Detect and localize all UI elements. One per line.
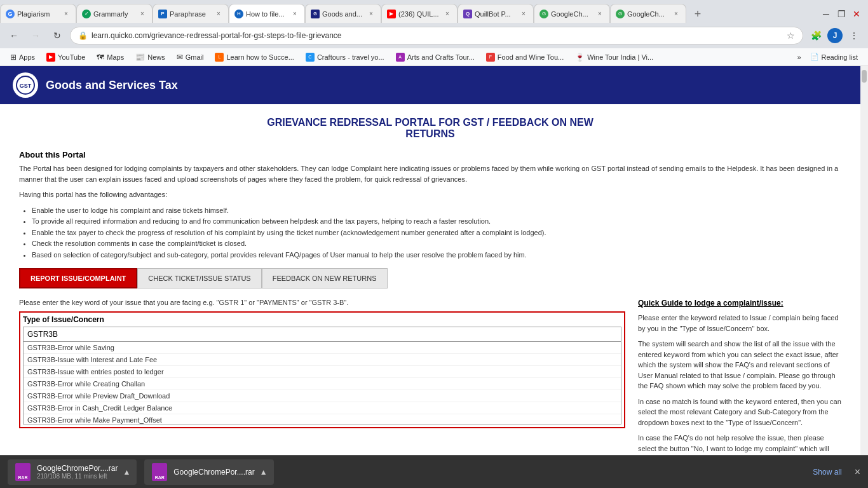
- lock-icon: 🔒: [78, 31, 88, 40]
- bookmark-youtube[interactable]: ▶ YouTube: [41, 50, 90, 64]
- quick-guide: Quick Guide to lodge a complaint/issue: …: [638, 299, 841, 455]
- advantages-intro: Having this portal has the following adv…: [19, 189, 841, 200]
- download-size-1: 210/108 MB, 11 mins left: [37, 473, 118, 480]
- bookmark-learn[interactable]: L Learn how to Succe...: [210, 50, 299, 64]
- bookmark-label-gmail: Gmail: [186, 53, 204, 61]
- about-para1: The Portal has been designed for lodging…: [19, 163, 841, 184]
- dropdown-item-3[interactable]: GSTR3B-Issue with entries posted to ledg…: [24, 366, 621, 378]
- bookmark-label-wine: Wine Tour India | Vi...: [587, 53, 653, 61]
- tab-favicon-6: ▶: [387, 10, 396, 18]
- report-issue-button[interactable]: REPORT ISSUE/COMPLAINT: [19, 268, 137, 288]
- page-scrollbar[interactable]: [860, 66, 868, 455]
- browser-tab-2[interactable]: ✓ Grammarly ×: [76, 4, 153, 23]
- dropdown-item-5[interactable]: GSTR3B-Error while Preview Draft_Downloa…: [24, 390, 621, 402]
- issue-dropdown-list: GSTR3B-Error while Saving GSTR3B-Issue w…: [23, 342, 621, 424]
- bookmark-maps[interactable]: 🗺 Maps: [92, 50, 129, 64]
- tab-close-5[interactable]: ×: [367, 10, 376, 18]
- download-name-1: GoogleChromePor....rar: [37, 464, 118, 473]
- reading-list-button[interactable]: 📄 Reading list: [805, 50, 863, 64]
- reading-list-label: Reading list: [822, 53, 858, 61]
- download-rar-icon-2: RAR: [151, 463, 168, 481]
- profile-button[interactable]: J: [826, 27, 844, 44]
- new-tab-button[interactable]: +: [689, 5, 707, 23]
- tab-close-9[interactable]: ×: [672, 10, 681, 18]
- browser-tab-7[interactable]: Q QuillBot P... ×: [458, 4, 534, 23]
- bookmark-gmail[interactable]: ✉ Gmail: [172, 50, 209, 64]
- quick-guide-para3: In case no match is found with the keywo…: [638, 396, 841, 428]
- address-bar[interactable]: 🔒 learn.quicko.com/grievance-redressal-p…: [70, 27, 803, 44]
- advantage-item-5: Based on selection of category/subject a…: [32, 250, 841, 261]
- minimize-button[interactable]: ─: [820, 8, 832, 20]
- more-bookmarks-button[interactable]: »: [794, 53, 803, 61]
- url-text: learn.quicko.com/grievance-redressal-por…: [92, 31, 783, 40]
- gmail-icon: ✉: [177, 53, 183, 62]
- dropdown-item-2[interactable]: GSTR3B-Issue with Interest and Late Fee: [24, 354, 621, 366]
- browser-tab-6[interactable]: ▶ (236) QUIL... ×: [381, 4, 458, 23]
- scrollbar-thumb[interactable]: [862, 70, 867, 83]
- download-chevron-1[interactable]: ▲: [123, 468, 130, 477]
- tab-close-1[interactable]: ×: [62, 10, 71, 18]
- dropdown-item-7[interactable]: GSTR3B-Error while Make Payment_Offset: [24, 414, 621, 424]
- browser-tab-3[interactable]: P Paraphrase ×: [153, 4, 229, 23]
- tab-close-4[interactable]: ×: [290, 10, 299, 18]
- dropdown-item-1[interactable]: GSTR3B-Error while Saving: [24, 342, 621, 354]
- bookmark-label-food: Food and Wine Tou...: [498, 53, 564, 61]
- bookmark-news[interactable]: 📰 News: [130, 50, 170, 64]
- tab-label-6: (236) QUIL...: [398, 10, 440, 18]
- more-options-button[interactable]: ⋮: [845, 27, 863, 44]
- extensions-button[interactable]: 🧩: [807, 27, 825, 44]
- reload-button[interactable]: ↻: [48, 27, 66, 44]
- bookmark-label-apps: Apps: [19, 53, 35, 61]
- bookmark-craftours[interactable]: C Craftours - travel yo...: [301, 50, 390, 64]
- quick-guide-title: Quick Guide to lodge a complaint/issue:: [638, 299, 841, 308]
- form-instruction: Please enter the key word of your issue …: [19, 299, 625, 306]
- browser-tab-1[interactable]: G Plagiarism ×: [0, 4, 76, 23]
- restore-button[interactable]: ❐: [835, 8, 848, 20]
- dropdown-item-4[interactable]: GSTR3B-Error while Creating Challan: [24, 378, 621, 390]
- tab-close-7[interactable]: ×: [519, 10, 528, 18]
- feedback-button[interactable]: FEEDBACK ON NEW RETURNS: [262, 268, 388, 288]
- browser-tab-9[interactable]: G GoogleCh... ×: [610, 4, 686, 23]
- tab-label-9: GoogleCh...: [627, 10, 669, 18]
- browser-tab-4[interactable]: H How to file... ×: [229, 4, 305, 23]
- tab-close-6[interactable]: ×: [443, 10, 452, 18]
- tab-label-7: QuillBot P...: [475, 10, 517, 18]
- dropdown-item-6[interactable]: GSTR3B-Error in Cash_Credit Ledger Balan…: [24, 402, 621, 414]
- maps-icon: 🗺: [97, 53, 104, 62]
- tab-label-5: Goods and...: [322, 10, 364, 18]
- close-window-button[interactable]: ✕: [850, 8, 863, 20]
- show-all-downloads-button[interactable]: Show all: [813, 468, 841, 477]
- address-bar-row: ← → ↻ 🔒 learn.quicko.com/grievance-redre…: [0, 23, 868, 48]
- forward-button[interactable]: →: [27, 27, 44, 44]
- advantage-item-3: Enable the tax payer to check the progre…: [32, 227, 841, 239]
- browser-tab-8[interactable]: G GoogleCh... ×: [534, 4, 610, 23]
- bookmark-food[interactable]: F Food and Wine Tou...: [481, 50, 569, 64]
- page-content: GST Goods and Services Tax GRIEVANCE RED…: [0, 66, 860, 455]
- check-ticket-button[interactable]: CHECK TICKET/ISSUE STATUS: [137, 268, 261, 288]
- craftours-icon: C: [306, 53, 315, 62]
- tab-favicon-9: G: [616, 10, 625, 18]
- bookmark-wine[interactable]: 🍷 Wine Tour India | Vi...: [570, 50, 658, 64]
- tab-close-2[interactable]: ×: [138, 10, 147, 18]
- quick-guide-para4: In case the FAQ's do not help resolve th…: [638, 433, 841, 455]
- close-download-bar-button[interactable]: ×: [855, 466, 860, 478]
- apps-icon: ⊞: [10, 53, 17, 62]
- learn-icon: L: [215, 53, 224, 62]
- download-chevron-2[interactable]: ▲: [260, 468, 268, 477]
- back-button[interactable]: ←: [5, 27, 23, 44]
- tab-close-8[interactable]: ×: [595, 10, 604, 18]
- about-heading: About this Portal: [19, 150, 841, 159]
- browser-tab-5[interactable]: G Goods and... ×: [305, 4, 381, 23]
- gst-portal-title: Goods and Services Tax: [46, 79, 178, 92]
- download-info-2: GoogleChromePor....rar: [173, 468, 254, 477]
- issue-type-input[interactable]: [23, 327, 621, 342]
- bookmark-apps[interactable]: ⊞ Apps: [5, 50, 40, 64]
- bookmarks-bar: ⊞ Apps ▶ YouTube 🗺 Maps 📰 News ✉ Gmail L…: [0, 48, 868, 66]
- tab-label-8: GoogleCh...: [551, 10, 593, 18]
- tab-close-3[interactable]: ×: [214, 10, 223, 18]
- advantage-item-1: Enable the user to lodge his complaint a…: [32, 205, 841, 217]
- form-left: Please enter the key word of your issue …: [19, 299, 625, 455]
- star-icon[interactable]: ☆: [787, 30, 795, 41]
- bookmark-arts[interactable]: A Arts and Crafts Tour...: [391, 50, 480, 64]
- issue-input-box: Type of Issue/Concern GSTR3B-Error while…: [19, 311, 625, 428]
